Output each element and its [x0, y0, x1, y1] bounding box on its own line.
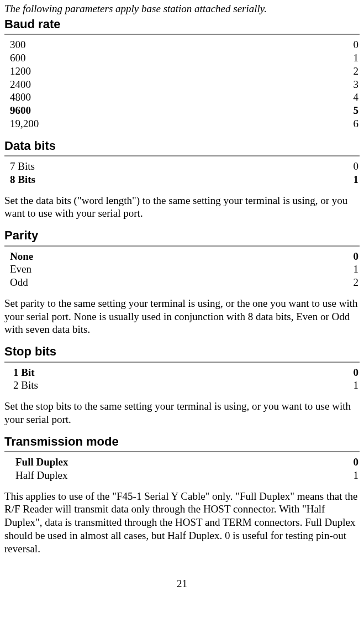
- parity-heading: Parity: [4, 228, 360, 247]
- option-label: 2400: [4, 78, 304, 91]
- option-value: 6: [304, 117, 360, 130]
- option-value: 4: [304, 91, 360, 104]
- option-value: 1: [328, 469, 360, 482]
- option-value: 3: [304, 78, 360, 91]
- stop-bits-heading: Stop bits: [4, 344, 360, 363]
- data-bits-table: 7 Bits0 8 Bits1: [4, 160, 360, 186]
- option-label: Odd: [4, 276, 296, 289]
- table-row: 3000: [4, 38, 360, 51]
- transmission-mode-heading: Transmission mode: [4, 434, 360, 453]
- option-label: 300: [4, 38, 304, 51]
- option-value: 2: [304, 65, 360, 78]
- option-value: 1: [303, 379, 360, 392]
- data-bits-heading: Data bits: [4, 138, 360, 157]
- option-value: 1: [296, 263, 360, 276]
- option-label: Full Duplex: [4, 456, 328, 469]
- table-row: 48004: [4, 91, 360, 104]
- table-row: Full Duplex0: [4, 456, 360, 469]
- table-row: 96005: [4, 104, 360, 117]
- option-value: 1: [299, 173, 360, 186]
- option-label: Even: [4, 263, 296, 276]
- transmission-mode-description: This applies to use of the "F45-1 Serial…: [4, 490, 360, 556]
- intro-text: The following parameters apply base stat…: [4, 2, 360, 15]
- page-number: 21: [4, 577, 360, 590]
- baud-rate-heading: Baud rate: [4, 17, 360, 35]
- table-row: Odd2: [4, 276, 360, 289]
- table-row: Even1: [4, 263, 360, 276]
- option-label: 9600: [4, 104, 304, 117]
- baud-rate-table: 3000 6001 12002 24003 48004 96005 19,200…: [4, 38, 360, 130]
- table-row: Half Duplex1: [4, 469, 360, 482]
- option-label: Half Duplex: [4, 469, 328, 482]
- table-row: None0: [4, 250, 360, 263]
- option-value: 2: [296, 276, 360, 289]
- parity-description: Set parity to the same setting your term…: [4, 297, 360, 336]
- option-label: 7 Bits: [4, 160, 299, 173]
- table-row: 24003: [4, 78, 360, 91]
- option-value: 0: [328, 456, 360, 469]
- option-value: 1: [304, 51, 360, 65]
- table-row: 12002: [4, 65, 360, 78]
- option-label: None: [4, 250, 296, 263]
- option-label: 8 Bits: [4, 173, 299, 186]
- option-label: 19,200: [4, 117, 304, 130]
- option-label: 2 Bits: [4, 379, 303, 392]
- option-value: 5: [304, 104, 360, 117]
- option-value: 0: [303, 366, 360, 379]
- option-value: 0: [304, 38, 360, 51]
- transmission-mode-table: Full Duplex0 Half Duplex1: [4, 456, 360, 482]
- table-row: 19,2006: [4, 117, 360, 130]
- option-label: 600: [4, 51, 304, 65]
- table-row: 1 Bit0: [4, 366, 360, 379]
- option-label: 4800: [4, 91, 304, 104]
- table-row: 8 Bits1: [4, 173, 360, 186]
- option-label: 1200: [4, 65, 304, 78]
- table-row: 7 Bits0: [4, 160, 360, 173]
- table-row: 6001: [4, 51, 360, 65]
- stop-bits-table: 1 Bit0 2 Bits1: [4, 366, 360, 393]
- option-value: 0: [299, 160, 360, 173]
- parity-table: None0 Even1 Odd2: [4, 250, 360, 289]
- option-value: 0: [296, 250, 360, 263]
- data-bits-description: Set the data bits ("word length") to the…: [4, 194, 360, 221]
- option-label: 1 Bit: [4, 366, 303, 379]
- stop-bits-description: Set the stop bits to the same setting yo…: [4, 400, 360, 426]
- table-row: 2 Bits1: [4, 379, 360, 392]
